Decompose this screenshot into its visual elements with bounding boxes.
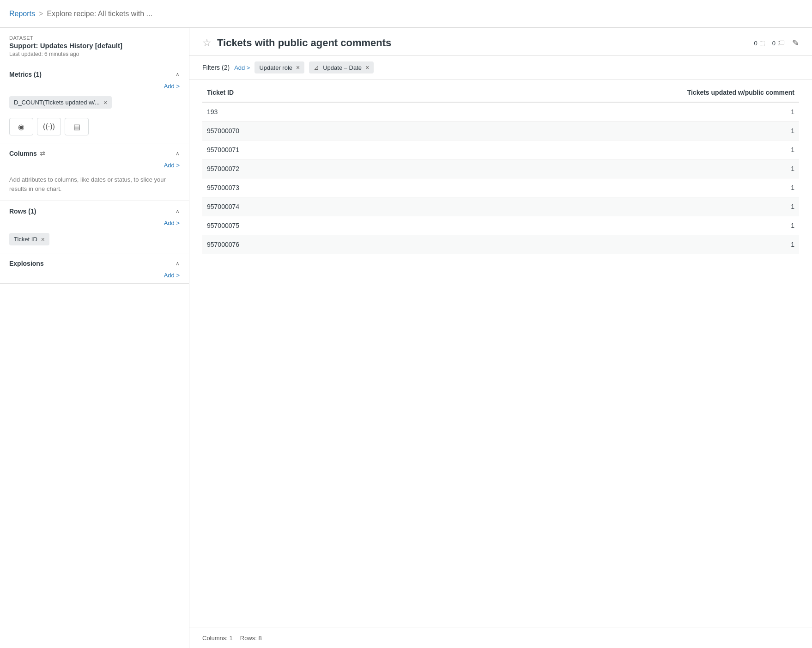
rows-chip-remove[interactable]: × bbox=[41, 236, 45, 243]
dataset-info: Dataset Support: Updates History [defaul… bbox=[0, 28, 189, 64]
cell-value: 1 bbox=[359, 235, 799, 254]
comments-count: 0 bbox=[754, 40, 757, 47]
table-row: 957000076 1 bbox=[202, 235, 799, 254]
breadcrumb-separator: > bbox=[39, 10, 43, 18]
cell-value: 1 bbox=[359, 178, 799, 197]
metrics-section: Metrics (1) ∧ Add > D_COUNT(Tickets upda… bbox=[0, 64, 189, 143]
cell-ticket-id: 957000076 bbox=[202, 235, 359, 254]
report-header: ☆ Tickets with public agent comments 0 ⬚… bbox=[189, 28, 812, 56]
table-row: 957000070 1 bbox=[202, 122, 799, 141]
metrics-section-header[interactable]: Metrics (1) ∧ bbox=[0, 64, 189, 83]
dataset-updated: Last updated: 6 minutes ago bbox=[9, 51, 180, 57]
tags-action: 0 🏷 bbox=[772, 39, 785, 47]
table-row: 193 1 bbox=[202, 102, 799, 122]
cell-value: 1 bbox=[359, 141, 799, 159]
star-icon[interactable]: ☆ bbox=[202, 37, 212, 49]
explosions-section-header[interactable]: Explosions ∧ bbox=[0, 253, 189, 272]
tags-count: 0 bbox=[772, 40, 776, 47]
columns-add-button[interactable]: Add > bbox=[0, 162, 189, 173]
metrics-chip: D_COUNT(Tickets updated w/... × bbox=[9, 96, 112, 109]
footer-columns: Columns: 1 bbox=[202, 635, 233, 642]
rows-chip-row: Ticket ID × bbox=[0, 231, 189, 253]
breadcrumb-current: Explore recipe: All tickets with ... bbox=[47, 10, 152, 18]
table-header-row: Ticket ID Tickets updated w/public comme… bbox=[202, 83, 799, 102]
report-actions: 0 ⬚ 0 🏷 ✎ bbox=[754, 38, 799, 48]
metrics-add-button[interactable]: Add > bbox=[0, 83, 189, 94]
cell-ticket-id: 957000075 bbox=[202, 216, 359, 235]
rows-chip: Ticket ID × bbox=[9, 233, 49, 245]
table-body: 193 1 957000070 1 957000071 1 957000072 … bbox=[202, 102, 799, 254]
filter-chip-update-date-remove[interactable]: × bbox=[365, 64, 369, 71]
metrics-chip-remove[interactable]: × bbox=[103, 99, 107, 106]
breadcrumb-bar: Reports > Explore recipe: All tickets wi… bbox=[0, 0, 812, 28]
col-header-ticket-id: Ticket ID bbox=[202, 83, 359, 102]
viz-drop-button[interactable]: ◉ bbox=[9, 118, 33, 135]
cell-value: 1 bbox=[359, 122, 799, 141]
comments-sub-icon: ⬚ bbox=[759, 40, 765, 47]
rows-collapse-icon: ∧ bbox=[176, 208, 180, 214]
main-layout: Dataset Support: Updates History [defaul… bbox=[0, 28, 812, 648]
filter-funnel-icon: ⊿ bbox=[314, 64, 319, 71]
filter-chip-update-date-label: Update – Date bbox=[323, 64, 362, 71]
columns-section-title: Columns ⇄ bbox=[9, 150, 45, 157]
cell-ticket-id: 957000071 bbox=[202, 141, 359, 159]
tags-icon: 🏷 bbox=[777, 39, 785, 47]
cell-value: 1 bbox=[359, 197, 799, 216]
filters-add-button[interactable]: Add > bbox=[234, 64, 250, 71]
metrics-chip-label: D_COUNT(Tickets updated w/... bbox=[14, 99, 100, 106]
rows-add-button[interactable]: Add > bbox=[0, 220, 189, 231]
rows-section-header[interactable]: Rows (1) ∧ bbox=[0, 201, 189, 220]
metrics-chip-row: D_COUNT(Tickets updated w/... × bbox=[0, 94, 189, 116]
explosions-section: Explosions ∧ Add > bbox=[0, 253, 189, 284]
cell-value: 1 bbox=[359, 102, 799, 122]
columns-empty-text: Add attributes to columns, like dates or… bbox=[0, 173, 189, 201]
filter-chip-updater-role-label: Updater role bbox=[259, 64, 292, 71]
data-table-wrapper: Ticket ID Tickets updated w/public comme… bbox=[189, 79, 812, 628]
columns-section: Columns ⇄ ∧ Add > Add attributes to colu… bbox=[0, 143, 189, 201]
cell-ticket-id: 957000070 bbox=[202, 122, 359, 141]
cell-ticket-id: 193 bbox=[202, 102, 359, 122]
metrics-section-title: Metrics (1) bbox=[9, 71, 42, 78]
table-row: 957000074 1 bbox=[202, 197, 799, 216]
rows-chip-label: Ticket ID bbox=[14, 236, 37, 243]
filter-chip-update-date[interactable]: ⊿ Update – Date × bbox=[309, 61, 374, 73]
col-header-public-comment: Tickets updated w/public comment bbox=[359, 83, 799, 102]
viz-chat-button[interactable]: ▤ bbox=[65, 118, 89, 135]
cell-value: 1 bbox=[359, 216, 799, 235]
columns-collapse-icon: ∧ bbox=[176, 150, 180, 157]
cell-value: 1 bbox=[359, 159, 799, 178]
shuffle-icon: ⇄ bbox=[40, 150, 45, 157]
table-row: 957000075 1 bbox=[202, 216, 799, 235]
viz-wave-button[interactable]: ((·)) bbox=[37, 118, 61, 135]
explosions-add-button[interactable]: Add > bbox=[0, 272, 189, 283]
breadcrumb-reports-link[interactable]: Reports bbox=[9, 10, 35, 18]
table-row: 957000073 1 bbox=[202, 178, 799, 197]
report-title-group: ☆ Tickets with public agent comments bbox=[202, 37, 391, 49]
data-table: Ticket ID Tickets updated w/public comme… bbox=[202, 83, 799, 254]
metrics-collapse-icon: ∧ bbox=[176, 71, 180, 78]
table-row: 957000072 1 bbox=[202, 159, 799, 178]
viz-icons-row: ◉ ((·)) ▤ bbox=[0, 116, 189, 143]
rows-section: Rows (1) ∧ Add > Ticket ID × bbox=[0, 201, 189, 253]
content-area: ☆ Tickets with public agent comments 0 ⬚… bbox=[189, 28, 812, 648]
table-row: 957000071 1 bbox=[202, 141, 799, 159]
cell-ticket-id: 957000073 bbox=[202, 178, 359, 197]
explosions-section-title: Explosions bbox=[9, 260, 44, 267]
rows-section-title: Rows (1) bbox=[9, 208, 36, 215]
explosions-collapse-icon: ∧ bbox=[176, 260, 180, 267]
footer-rows: Rows: 8 bbox=[240, 635, 262, 642]
filters-label: Filters (2) bbox=[202, 64, 230, 71]
dataset-name: Support: Updates History [default] bbox=[9, 42, 180, 49]
filter-chip-updater-role[interactable]: Updater role × bbox=[255, 61, 304, 73]
cell-ticket-id: 957000072 bbox=[202, 159, 359, 178]
table-footer: Columns: 1 Rows: 8 bbox=[189, 628, 812, 648]
columns-section-header[interactable]: Columns ⇄ ∧ bbox=[0, 143, 189, 162]
filter-bar: Filters (2) Add > Updater role × ⊿ Updat… bbox=[189, 56, 812, 79]
filter-chip-updater-role-remove[interactable]: × bbox=[296, 64, 300, 71]
comments-action: 0 ⬚ bbox=[754, 40, 765, 47]
sidebar: Dataset Support: Updates History [defaul… bbox=[0, 28, 189, 648]
cell-ticket-id: 957000074 bbox=[202, 197, 359, 216]
dataset-label: Dataset bbox=[9, 35, 180, 41]
report-title: Tickets with public agent comments bbox=[217, 37, 391, 49]
edit-icon[interactable]: ✎ bbox=[792, 38, 799, 48]
